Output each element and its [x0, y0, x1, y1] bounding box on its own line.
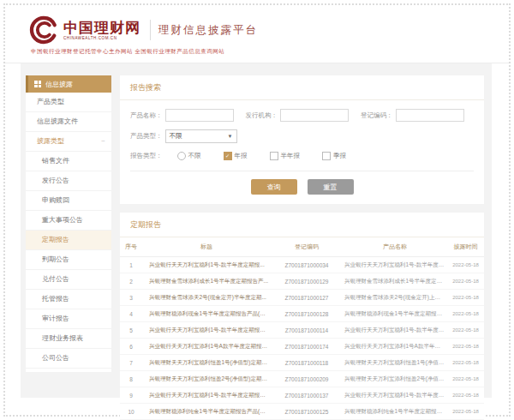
- sidebar-item[interactable]: 产品类型: [26, 93, 111, 112]
- cell-product: 兴业银行天天万利宝稳利1号-款半年度信息披露产品: [343, 257, 447, 273]
- cell-product: 兴银理财稳添利现金1号半年度定期报告产品: [343, 306, 447, 322]
- site-tagline: 中国银行业理财登记托管中心主办网站 全国银行业理财产品信息查询网站: [31, 48, 509, 56]
- cell-code: Z7001871000127: [271, 290, 343, 306]
- sidebar-item[interactable]: 定期报告: [26, 231, 111, 250]
- dropdown-row: 产品类型： 不限 ▼: [130, 129, 474, 143]
- grid-icon: [34, 81, 41, 87]
- sidebar-item-list: 产品类型 信息披露文件 披露类型 − 销售文件 发行公告 申购赎回 重大事项公告: [26, 93, 111, 369]
- table-row: 1 兴业银行天天万利宝稳利1号-款半年度定期报... Z700187100003…: [120, 257, 484, 273]
- cell-no: 8: [120, 371, 142, 387]
- search-panel-title: 报告搜索: [120, 75, 484, 100]
- sidebar-item-label: 定期报告: [42, 236, 69, 243]
- product-type-select[interactable]: 不限 ▼: [165, 129, 237, 143]
- cell-product: 兴业银行天天万利宝稳利1号-款半年度定期报告产品: [343, 322, 447, 339]
- sidebar: 信息披露 产品类型 信息披露文件 披露类型 − 销售文件 发行公告 申购赎回: [26, 75, 111, 372]
- sidebar-item[interactable]: 理财业务报表: [26, 329, 111, 349]
- form-field: 产品类型： 不限 ▼: [130, 129, 237, 143]
- cell-no: 9: [120, 387, 142, 404]
- sidebar-header: 信息披露: [26, 75, 111, 93]
- table-row: 7 兴银理财天天万利宝稳利恒盈1号(净值型)定期半... Z7001871000…: [120, 355, 484, 371]
- sidebar-item[interactable]: 审计报告: [26, 309, 111, 329]
- cell-code: Z7001871000128: [271, 306, 343, 322]
- field-label: 报告类型：: [130, 152, 163, 160]
- report-type-option[interactable]: 季报: [322, 152, 346, 160]
- sidebar-item-label: 披露类型: [37, 137, 64, 145]
- collapse-minus-icon: −: [101, 132, 105, 151]
- sidebar-item-label: 兑付公告: [42, 275, 69, 283]
- cell-product: 兴银理财天天万利宝添利恒盈2号(净值型)定期报告产品(新)1期: [343, 371, 447, 387]
- site-title: 中国理财网: [63, 21, 140, 35]
- cell-code: Z7001871000034: [271, 257, 343, 273]
- sidebar-header-label: 信息披露: [45, 80, 73, 89]
- chevron-down-icon: ▼: [228, 134, 233, 139]
- report-type-option[interactable]: 半年报: [270, 152, 301, 160]
- sidebar-item-label: 销售文件: [42, 157, 69, 165]
- table-row: 8 兴银理财天天万利宝添利恒盈2号(净值型)定期半... Z7001871000…: [120, 371, 484, 387]
- form-field: 登记编码：: [361, 109, 464, 122]
- cell-code: Z7001871000209: [271, 371, 343, 387]
- option-control-icon[interactable]: [224, 152, 232, 160]
- option-label: 年报: [235, 152, 248, 160]
- text-field-row: 产品名称： 发行机构： 登记编码：: [130, 109, 474, 122]
- cell-title-link[interactable]: 兴银理财天天万利宝稳利恒盈1号(净值型)定期半...: [142, 355, 271, 371]
- text-input[interactable]: [280, 109, 349, 122]
- text-input[interactable]: [165, 109, 234, 122]
- cell-title-link[interactable]: 兴银理财天天万利宝添利恒盈2号(净值型)定期半...: [142, 371, 271, 387]
- option-control-icon[interactable]: [270, 152, 278, 160]
- results-panel-title: 定期报告: [120, 213, 484, 237]
- col-header-title: 标题: [142, 237, 271, 257]
- field-label: 产品名称：: [130, 111, 163, 120]
- table-row: 6 兴业银行天天万利宝添利1号A款半年度定期报告... Z70018710001…: [120, 339, 484, 355]
- sidebar-item[interactable]: 销售文件: [26, 152, 111, 171]
- option-control-icon[interactable]: [177, 152, 186, 160]
- col-header-product: 产品名称: [343, 237, 447, 257]
- cell-date: 2022-05-18: [447, 306, 484, 322]
- form-field: 产品名称：: [130, 109, 234, 122]
- cell-title-link[interactable]: 兴银理财稳添利现金1号半年度定期报告产品(新...: [142, 306, 271, 322]
- logo-divider: [150, 20, 151, 40]
- cell-title-link[interactable]: 兴银理财稳添利纯金1号半年度定期报告产品(新...: [142, 404, 271, 420]
- logo-row: 中国理财网 CHINAWEALTH.COM.CN 理财信息披露平台: [29, 15, 509, 45]
- sidebar-item[interactable]: 到期公告: [26, 250, 111, 270]
- cell-title-link[interactable]: 兴业银行天天万利宝添利1号A款半年度定期报告...: [142, 339, 271, 355]
- sidebar-item[interactable]: 发行公告: [26, 171, 111, 191]
- cell-code: Z7001871000174: [271, 339, 343, 355]
- sidebar-item[interactable]: 信息披露文件: [26, 112, 111, 132]
- field-label: 登记编码：: [361, 111, 393, 120]
- sidebar-item-label: 发行公告: [42, 177, 69, 184]
- field-label: 发行机构：: [246, 111, 278, 120]
- cell-no: 10: [120, 404, 142, 420]
- cell-no: 3: [120, 290, 142, 306]
- results-table: 序号 标题 登记编码 产品名称 披露时间 1 兴业银行天天万利宝稳利1号-款半年…: [120, 237, 484, 420]
- report-type-option[interactable]: 年报: [224, 152, 248, 160]
- cell-title-link[interactable]: 兴银理财金雪球添天2号(现金定开)半年度定期...: [142, 290, 271, 306]
- sidebar-item[interactable]: 公司公告: [26, 349, 111, 369]
- option-label: 不限: [188, 152, 201, 160]
- sidebar-item[interactable]: 托管报告: [26, 290, 111, 309]
- cell-date: 2022-05-18: [447, 371, 484, 387]
- cell-title-link[interactable]: 兴银理财金雪球添利成长1号半年度定期报告产...: [142, 273, 271, 290]
- reset-button[interactable]: 重置: [308, 179, 354, 195]
- main-content: 报告搜索 产品名称： 发行机构： 登记编码： 产品类型：: [120, 75, 484, 420]
- table-body: 1 兴业银行天天万利宝稳利1号-款半年度定期报... Z700187100003…: [120, 257, 484, 420]
- sidebar-item[interactable]: 申购赎回: [26, 191, 111, 211]
- cell-product: 兴银理财稳添利纯金1号半年度定期报告产品: [343, 404, 447, 420]
- cell-title-link[interactable]: 兴业银行天天万利宝稳利1号-款半年度定期报...: [142, 257, 271, 273]
- sidebar-item[interactable]: 重大事项公告: [26, 211, 111, 231]
- cell-title-link[interactable]: 兴业银行天天万利宝稳利1号-款半年度定期报告...: [142, 387, 271, 404]
- table-row: 3 兴银理财金雪球添天2号(现金定开)半年度定期... Z70018710001…: [120, 290, 484, 306]
- report-type-row: 报告类型： 不限 年报 半年报: [130, 152, 474, 160]
- logo-text: 中国理财网 CHINAWEALTH.COM.CN: [63, 21, 140, 40]
- option-control-icon[interactable]: [322, 152, 331, 160]
- sidebar-item[interactable]: 披露类型 −: [26, 132, 111, 152]
- search-button[interactable]: 查询: [251, 179, 297, 195]
- sidebar-item-label: 申购赎回: [42, 196, 69, 204]
- cell-title-link[interactable]: 兴业银行天天万利宝稳利1号-款半年度定期报告...: [142, 322, 271, 339]
- sidebar-item-label: 产品类型: [37, 98, 64, 105]
- form-field: 发行机构：: [246, 109, 350, 122]
- chinawealth-logo-icon: [29, 15, 58, 45]
- report-type-option[interactable]: 不限: [177, 152, 201, 160]
- text-input[interactable]: [396, 109, 464, 122]
- table-row: 5 兴业银行天天万利宝稳利1号-款半年度定期报告... Z70018710001…: [120, 322, 484, 339]
- sidebar-item[interactable]: 兑付公告: [26, 270, 111, 290]
